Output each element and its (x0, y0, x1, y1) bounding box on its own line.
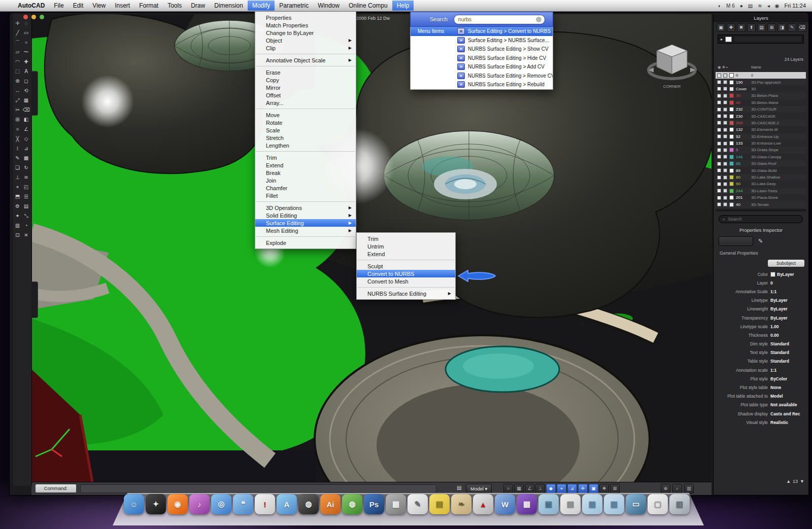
properties-search-input[interactable] (727, 216, 790, 222)
layer-on-icon[interactable] (717, 182, 721, 186)
layers-toolbar-icon[interactable]: ⬆ (747, 23, 756, 32)
status-toggle-icon[interactable]: ▦ (514, 484, 524, 493)
layer-freeze-icon[interactable] (723, 108, 727, 112)
layers-toolbar-icon[interactable]: ⊞ (767, 23, 776, 32)
layer-on-icon[interactable] (717, 142, 721, 146)
tool-icon[interactable]: ◇ (22, 134, 30, 144)
layers-toolbar-icon[interactable]: ▣ (717, 23, 725, 32)
property-value[interactable]: ByColor (770, 376, 808, 381)
command-input[interactable] (80, 484, 436, 493)
property-row[interactable]: TransparencyByLayer (714, 313, 808, 322)
layer-on-icon[interactable] (717, 100, 721, 104)
menubar-status-icon[interactable]: ● (740, 3, 743, 9)
layer-color-swatch[interactable] (729, 73, 734, 78)
property-row[interactable]: Annotation scale1:1 (714, 366, 808, 374)
layer-on-icon[interactable] (717, 202, 721, 206)
help-result[interactable]: ▤NURBS Surface Editing > Remove CV (411, 72, 553, 81)
property-value[interactable]: Realistic (770, 420, 808, 425)
layers-toolbar-icon[interactable]: ▤ (757, 23, 766, 32)
tool-icon[interactable]: ≋ (22, 172, 30, 182)
layer-color-swatch[interactable] (729, 182, 734, 186)
layer-color-swatch[interactable] (729, 127, 734, 132)
modify-menu-item-extend[interactable]: Extend (255, 161, 356, 169)
dock-white-window-icon[interactable]: ▢ (648, 494, 668, 514)
dock-safari-icon[interactable]: ◎ (211, 494, 231, 514)
layer-freeze-icon[interactable] (723, 134, 727, 138)
tool-icon[interactable]: ⊕ (13, 76, 22, 86)
dock-compass-dark-icon[interactable]: ✦ (146, 494, 166, 514)
tool-icon[interactable]: ╱ (13, 28, 22, 38)
dock-photoshop-icon[interactable]: Ps (364, 494, 384, 514)
layer-on-icon[interactable] (717, 189, 721, 193)
layer-row[interactable]: 2443D-Lawn-Trees (716, 188, 806, 194)
modify-menu-item-fillet[interactable]: Fillet (255, 192, 356, 199)
zoom-button[interactable] (40, 15, 44, 19)
layer-freeze-icon[interactable] (723, 162, 727, 166)
layer-on-icon[interactable] (717, 162, 721, 166)
layer-row[interactable]: 523D-Entrance-Up (716, 133, 806, 140)
modify-menu-item-scale[interactable]: Scale (255, 126, 356, 134)
dock-itunes-icon[interactable]: ♪ (189, 494, 210, 514)
layer-color-swatch[interactable] (729, 189, 734, 193)
tool-icon[interactable]: ✚ (22, 57, 30, 66)
modify-menu-item-annotative-object-scale[interactable]: Annotative Object Scale▶ (255, 56, 356, 64)
layer-row[interactable]: 903D-Lake-Deep (716, 181, 806, 187)
tool-icon[interactable]: ⌒ (13, 38, 22, 47)
layer-freeze-icon[interactable] (723, 80, 727, 84)
layer-freeze-icon[interactable] (723, 87, 727, 91)
modify-menu-item-object[interactable]: Object▶ (255, 37, 356, 44)
property-value[interactable]: 0 (770, 280, 808, 286)
layer-row[interactable]: Cover3D (716, 86, 806, 92)
help-result[interactable]: ▤NURBS Surface Editing > Show CV (411, 45, 553, 54)
layer-on-icon[interactable] (717, 155, 721, 159)
layer-on-icon[interactable] (717, 114, 721, 118)
layer-on-icon[interactable] (717, 74, 721, 78)
tool-icon[interactable]: 〜 (22, 47, 30, 57)
tool-icon[interactable]: ✕ (22, 230, 30, 240)
property-value[interactable]: ByLayer (770, 315, 808, 321)
layer-color-swatch[interactable] (729, 134, 734, 139)
layer-row[interactable]: 403D-Terrain (716, 201, 806, 207)
layer-on-icon[interactable] (717, 121, 721, 125)
layer-on-icon[interactable] (717, 128, 721, 132)
menubar-item-file[interactable]: File (49, 1, 68, 11)
property-value[interactable]: ByLayer (770, 272, 808, 277)
surface-submenu-item-untrim[interactable]: Untrim (357, 242, 455, 250)
layer-freeze-icon[interactable] (723, 128, 727, 132)
tool-icon[interactable]: ⌫ (22, 105, 30, 115)
dock-finder-icon[interactable]: ☺ (124, 494, 144, 514)
dock-textedit-icon[interactable]: ✎ (408, 494, 428, 514)
property-value[interactable]: 1.00 (770, 324, 808, 329)
tool-icon[interactable]: ⊡ (13, 230, 22, 240)
layer-row[interactable]: 893D-Glass-Build (716, 167, 806, 173)
tool-icon[interactable]: ▩ (22, 153, 30, 163)
tool-icon[interactable]: ⊿ (22, 144, 30, 153)
tool-icon[interactable]: ☰ (22, 192, 30, 201)
property-row[interactable]: Plot table typeNot available (714, 401, 808, 409)
tool-icon[interactable]: ⊞ (13, 115, 22, 124)
modify-menu-item-rotate[interactable]: Rotate (255, 119, 356, 126)
surface-submenu-item-convert-to-nurbs[interactable]: Convert to NURBS (357, 270, 455, 277)
property-row[interactable]: Annotative Scale1:1 (714, 287, 808, 296)
menubar-status-icon[interactable]: ▤ (748, 3, 753, 9)
menubar-item-help[interactable]: Help (392, 1, 414, 11)
layer-color-swatch[interactable] (729, 141, 734, 146)
property-row[interactable]: Thickness0.00 (714, 331, 808, 339)
property-value[interactable]: Standard (770, 350, 808, 355)
property-row[interactable]: Layer0 (714, 278, 808, 287)
layer-freeze-icon[interactable] (723, 148, 727, 152)
modify-menu-item-move[interactable]: Move (255, 111, 356, 119)
help-search-input[interactable] (454, 15, 545, 24)
layer-color-swatch[interactable] (729, 168, 734, 173)
layer-color-swatch[interactable] (729, 175, 734, 180)
layer-freeze-icon[interactable] (723, 189, 727, 193)
layer-color-swatch[interactable] (729, 148, 734, 152)
tool-icon[interactable]: ▤ (22, 201, 30, 211)
dock-folder-1-icon[interactable]: ▦ (582, 494, 602, 514)
status-toggle-icon[interactable]: ⌗ (503, 484, 513, 493)
property-value[interactable]: ByLayer (770, 298, 808, 303)
layers-toolbar-icon[interactable]: ◨ (777, 23, 786, 32)
property-row[interactable]: ColorByLayer (714, 270, 808, 278)
status-tool-icon[interactable]: ▥ (684, 484, 694, 493)
tool-icon[interactable]: ⌗ (13, 124, 22, 134)
